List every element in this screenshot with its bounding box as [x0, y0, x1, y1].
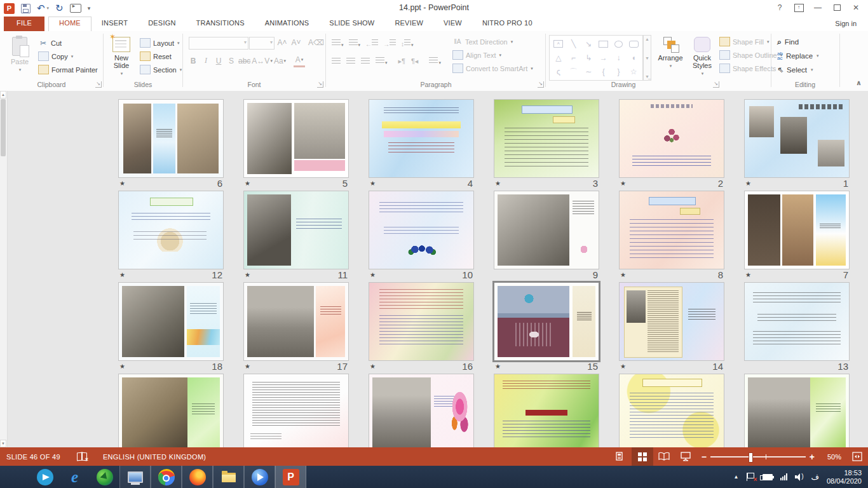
increase-font-size-button[interactable]: A˄ — [276, 37, 288, 48]
replace-button[interactable]: abacReplace▾ — [777, 49, 819, 63]
line-shape-icon[interactable]: ╲ — [566, 37, 581, 51]
right-brace-shape-icon[interactable]: } — [611, 65, 627, 79]
text-direction-button[interactable]: ‖AText Direction▾ — [452, 35, 533, 48]
taskbar-powerpoint[interactable] — [275, 466, 306, 488]
bullets-button[interactable]: ▾ — [332, 37, 344, 49]
rectangle-shape-icon[interactable] — [599, 41, 608, 48]
slide-thumbnail-15[interactable] — [492, 281, 600, 362]
shapes-gallery[interactable]: A ╲ ↘ △ ⌐ ↳ → ↓ ◖ ς ⌒ ∼ { } ☆ — [549, 35, 643, 81]
tab-home[interactable]: HOME — [48, 17, 92, 32]
network-signal-icon[interactable] — [780, 473, 787, 480]
arrange-button[interactable]: Arrange ▾ — [654, 34, 686, 83]
text-shadow-button[interactable]: S — [226, 55, 237, 67]
character-spacing-button[interactable]: A↔V▾ — [252, 55, 273, 67]
cut-button[interactable]: ✂Cut — [38, 36, 98, 50]
slide-show-button[interactable] — [675, 447, 696, 466]
curve-shape-icon[interactable]: ∼ — [581, 65, 596, 79]
bold-button[interactable]: B — [187, 55, 199, 67]
slide-thumbnail-4[interactable] — [369, 99, 474, 178]
scroll-up-icon[interactable]: ▲ — [0, 91, 6, 98]
rtl-direction-button[interactable]: ¶◂ — [411, 57, 418, 65]
new-slide-button[interactable]: New Slide ▾ — [105, 34, 137, 83]
tab-animations[interactable]: ANIMATIONS — [255, 17, 320, 31]
slide-thumbnail-22[interactable] — [369, 374, 474, 452]
line-spacing-button[interactable]: ↕▾ — [401, 39, 414, 48]
oval-shape-icon[interactable] — [614, 41, 623, 48]
scrollbar-thumb[interactable] — [1, 99, 6, 156]
slide-thumbnail-9[interactable] — [494, 191, 599, 269]
clock[interactable]: 18:53 08/04/2020 — [827, 469, 862, 485]
elbow-arrow-shape-icon[interactable]: ↳ — [581, 51, 596, 65]
scribble-shape-icon[interactable]: ς — [551, 65, 566, 79]
italic-button[interactable]: I — [200, 55, 212, 67]
taskbar-file-explorer[interactable] — [213, 466, 244, 488]
close-button[interactable]: ✕ — [846, 1, 865, 15]
action-center-flag-icon[interactable]: × — [746, 473, 755, 482]
elbow-shape-icon[interactable]: ⌐ — [566, 51, 581, 65]
tab-insert[interactable]: INSERT — [92, 17, 138, 31]
shapes-gallery-scrollbar[interactable]: ▲ ▼ ▼̲ — [643, 35, 651, 81]
language-status[interactable]: ENGLISH (UNITED KINGDOM) — [103, 453, 206, 461]
font-color-button[interactable]: A▾ — [294, 54, 305, 67]
play-animations-star-icon[interactable]: ★ — [245, 363, 250, 370]
pie-shape-icon[interactable]: ◖ — [626, 51, 641, 65]
ribbon-display-options-button[interactable]: ↑ — [789, 1, 808, 15]
shapes-scroll-down-icon[interactable]: ▼ — [645, 56, 649, 60]
slide-thumbnail-11[interactable] — [243, 191, 349, 269]
taskbar-telegram[interactable] — [30, 466, 60, 488]
tab-slide-show[interactable]: SLIDE SHOW — [319, 17, 384, 31]
slide-thumbnail-7[interactable] — [744, 191, 850, 269]
fit-slide-to-window-button[interactable] — [846, 447, 868, 466]
play-animations-star-icon[interactable]: ★ — [620, 363, 626, 370]
play-animations-star-icon[interactable]: ★ — [370, 271, 376, 278]
decrease-indent-button[interactable]: ← — [365, 39, 378, 48]
hidden-icons-chevron[interactable]: ▲ — [734, 474, 739, 480]
text-box-shape-icon[interactable]: A — [553, 40, 563, 48]
clipboard-dialog-launcher[interactable]: ↘ — [95, 81, 102, 88]
zoom-in-icon[interactable]: + — [810, 452, 815, 462]
justify-button[interactable]: ▾ — [376, 55, 388, 67]
play-animations-star-icon[interactable]: ★ — [119, 180, 125, 187]
paste-button[interactable]: Paste ▾ — [4, 34, 36, 83]
taskbar-media-player[interactable] — [244, 466, 275, 488]
strikethrough-button[interactable]: abc — [238, 55, 250, 67]
slide-thumbnail-1[interactable] — [744, 99, 850, 178]
align-left-button[interactable] — [332, 58, 341, 65]
font-name-combo[interactable] — [189, 37, 248, 50]
zoom-slider-thumb[interactable] — [749, 452, 753, 463]
star-shape-icon[interactable]: ☆ — [626, 65, 641, 79]
minimize-button[interactable]: — — [808, 1, 827, 15]
spellcheck-icon[interactable]: × — [77, 452, 86, 461]
right-arrow-shape-icon[interactable]: → — [596, 51, 611, 65]
left-brace-shape-icon[interactable]: { — [596, 65, 611, 79]
convert-to-smartart-button[interactable]: Convert to SmartArt▾ — [452, 62, 533, 75]
vertical-scrollbar[interactable]: ▲ ▼ — [0, 91, 8, 447]
battery-icon[interactable] — [763, 474, 773, 480]
underline-button[interactable]: U — [213, 55, 224, 67]
tab-design[interactable]: DESIGN — [138, 17, 186, 31]
slide-thumbnail-13[interactable] — [744, 282, 850, 361]
shapes-more-icon[interactable]: ▼̲ — [645, 74, 649, 79]
format-painter-button[interactable]: Format Painter — [38, 63, 98, 76]
tab-transitions[interactable]: TRANSITIONS — [186, 17, 255, 31]
copy-button[interactable]: Copy▾ — [38, 50, 98, 63]
scroll-down-icon[interactable]: ▼ — [0, 440, 6, 447]
slide-thumbnail-8[interactable] — [619, 191, 724, 269]
slide-thumbnail-20[interactable] — [619, 374, 724, 452]
change-case-button[interactable]: Aa▾ — [274, 55, 286, 67]
section-button[interactable]: Section▾ — [140, 63, 182, 76]
slide-thumbnail-21[interactable] — [494, 374, 599, 452]
slide-thumbnail-12[interactable] — [118, 191, 224, 269]
play-animations-star-icon[interactable]: ★ — [745, 180, 751, 187]
align-text-button[interactable]: Align Text▾ — [452, 48, 533, 62]
reset-button[interactable]: Reset — [140, 50, 182, 63]
play-animations-star-icon[interactable]: ★ — [495, 363, 501, 370]
play-animations-star-icon[interactable]: ★ — [119, 271, 125, 278]
play-animations-star-icon[interactable]: ★ — [245, 271, 250, 278]
play-animations-star-icon[interactable]: ★ — [745, 271, 751, 278]
slide-thumbnail-10[interactable] — [369, 191, 474, 269]
taskbar-internet-explorer[interactable] — [60, 466, 90, 488]
collapse-ribbon-button[interactable]: ∧ — [856, 79, 862, 87]
arrow-shape-icon[interactable]: ↘ — [581, 37, 596, 51]
clear-formatting-button[interactable]: A⌫ — [308, 37, 324, 48]
